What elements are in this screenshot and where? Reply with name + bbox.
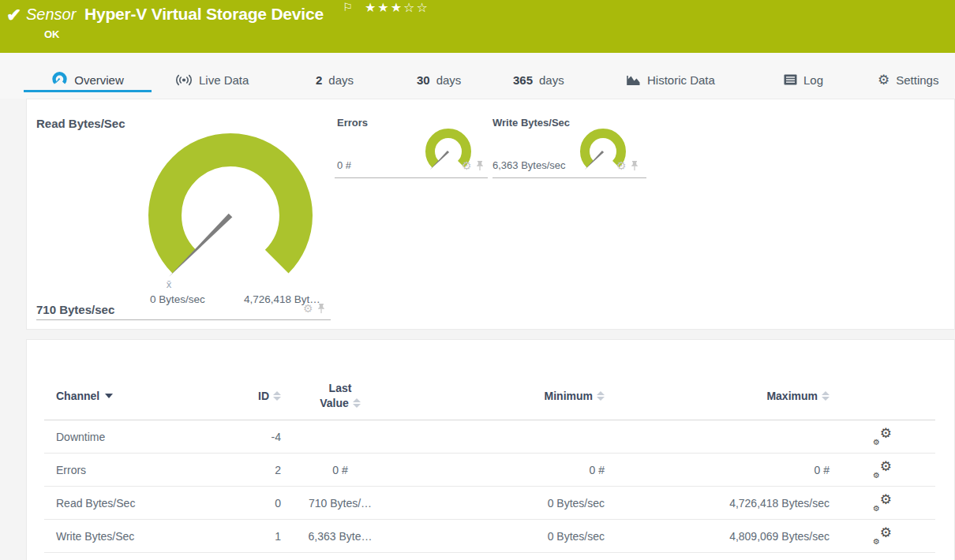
tab-historic-data[interactable]: Historic Data — [626, 69, 715, 91]
edit-channel-gears-icon[interactable]: ⚙⚙ — [873, 427, 892, 446]
last-value-header-line1: Last — [329, 381, 352, 396]
primary-gauge-title: Read Bytes/Sec — [36, 117, 125, 130]
channel-id: 0 — [253, 497, 281, 510]
channel-settings-gear-icon[interactable]: ⚙ — [303, 303, 313, 314]
channel-id: -4 — [253, 431, 281, 443]
last-value-header-line2: Value — [320, 396, 349, 411]
channel-minimum: 0 # — [399, 464, 605, 476]
column-header-channel[interactable]: Channel — [56, 390, 253, 402]
gauge-icon — [51, 72, 68, 88]
channel-name: Errors — [56, 464, 253, 476]
sort-icon — [353, 398, 361, 408]
channel-id: 1 — [253, 530, 281, 543]
sort-active-desc-icon — [105, 394, 113, 398]
tab-2-days-number: 2 — [316, 73, 322, 87]
pin-icon[interactable] — [476, 161, 484, 171]
primary-gauge-tools: ⚙ — [303, 303, 325, 314]
table-header-row: Channel ID Last Value Minimum Maximum — [44, 371, 935, 420]
channel-last-value: 710 Bytes/… — [281, 497, 399, 510]
channel-settings-gear-icon[interactable]: ⚙ — [616, 160, 627, 171]
tab-365-days-label: days — [539, 73, 564, 87]
tab-overview-label: Overview — [74, 73, 124, 87]
primary-gauge-value: 710 Bytes/sec — [36, 303, 114, 316]
gauge-min-label: 0 Bytes/sec — [150, 293, 205, 305]
table-row-downtime: Downtime -4 ⚙⚙ — [44, 420, 935, 454]
edit-channel-gears-icon[interactable]: ⚙⚙ — [873, 527, 892, 546]
log-list-icon — [784, 74, 797, 85]
tab-overview[interactable]: Overview — [24, 69, 152, 91]
channel-maximum: 4,726,418 Bytes/sec — [605, 497, 830, 510]
write-gauge-value: 6,363 Bytes/sec — [492, 159, 566, 171]
channel-id: 2 — [253, 464, 281, 476]
tab-settings-label: Settings — [896, 73, 938, 87]
channel-minimum: 0 Bytes/sec — [399, 497, 605, 510]
tab-30-days-label: days — [436, 73, 462, 87]
priority-flag-icon[interactable]: ⚐ — [343, 1, 353, 13]
read-bytes-gauge: x̄ — [140, 125, 321, 310]
edit-channel-gears-icon[interactable]: ⚙⚙ — [873, 494, 892, 513]
table-row-write-bytes: Write Bytes/Sec 1 6,363 Byte… 0 Bytes/se… — [44, 520, 935, 553]
channels-table-panel: Channel ID Last Value Minimum Maximum — [26, 339, 955, 560]
tab-log[interactable]: Log — [784, 69, 823, 91]
average-marker: x̄ — [167, 278, 172, 290]
channel-maximum: 4,809,069 Bytes/sec — [605, 530, 830, 543]
channel-header-label: Channel — [56, 390, 99, 402]
edit-channel-gears-icon[interactable]: ⚙⚙ — [873, 461, 892, 480]
status-bar: ✔ Sensor Hyper-V Virtual Storage Device … — [0, 0, 955, 53]
tab-historic-data-label: Historic Data — [647, 73, 715, 87]
errors-gauge-title: Errors — [337, 117, 368, 129]
table-row-errors: Errors 2 0 # 0 # 0 # ⚙⚙ — [44, 454, 935, 487]
tab-2-days-label: days — [328, 73, 354, 87]
tab-live-data-label: Live Data — [199, 73, 249, 87]
gauge-divider — [492, 177, 646, 178]
gauge-divider — [335, 177, 488, 178]
prtg-sensor-page: ✔ Sensor Hyper-V Virtual Storage Device … — [0, 0, 955, 560]
area-chart-icon — [626, 74, 641, 86]
channel-minimum: 0 Bytes/sec — [399, 530, 605, 543]
tab-2-days[interactable]: 2 days — [316, 69, 354, 91]
write-gauge-title: Write Bytes/Sec — [492, 117, 570, 129]
sensor-kind-label: Sensor — [26, 6, 76, 24]
ok-check-icon: ✔ — [6, 5, 21, 26]
channel-name: Downtime — [56, 431, 253, 443]
column-header-maximum[interactable]: Maximum — [605, 390, 830, 402]
minimum-header-label: Minimum — [545, 390, 593, 402]
tab-30-days-number: 30 — [417, 73, 430, 87]
active-tab-underline — [24, 90, 152, 92]
pin-icon[interactable] — [317, 304, 325, 314]
tab-log-label: Log — [803, 73, 823, 87]
table-row-read-bytes: Read Bytes/Sec 0 710 Bytes/… 0 Bytes/sec… — [44, 487, 935, 520]
column-header-minimum[interactable]: Minimum — [399, 390, 605, 402]
channel-maximum: 0 # — [605, 464, 830, 476]
sort-icon — [273, 391, 281, 401]
live-data-icon — [175, 74, 193, 86]
sort-icon — [822, 391, 830, 401]
channel-last-value: 6,363 Byte… — [281, 530, 399, 543]
errors-gauge-value: 0 # — [337, 159, 351, 171]
tab-30-days[interactable]: 30 days — [417, 69, 461, 91]
write-gauge-tools: ⚙ — [616, 160, 639, 171]
errors-gauge-tools: ⚙ — [462, 160, 484, 171]
channel-settings-gear-icon[interactable]: ⚙ — [462, 160, 472, 171]
priority-stars[interactable]: ★★★☆☆ — [365, 0, 429, 15]
tab-live-data[interactable]: Live Data — [175, 69, 249, 91]
channel-last-value: 0 # — [281, 464, 399, 476]
gear-icon: ⚙ — [878, 73, 889, 87]
tab-bar: Overview Live Data 2 days 30 days 365 da… — [0, 53, 955, 99]
tab-settings[interactable]: ⚙ Settings — [878, 69, 938, 91]
column-header-id[interactable]: ID — [253, 390, 281, 402]
id-header-label: ID — [258, 390, 269, 402]
sort-icon — [597, 391, 605, 401]
pin-icon[interactable] — [631, 161, 639, 171]
channel-name: Read Bytes/Sec — [56, 497, 253, 510]
status-badge: OK — [44, 28, 60, 40]
gauges-panel: Read Bytes/Sec x̄ 0 Bytes/sec 4,726,418 … — [26, 99, 955, 330]
sensor-title: Hyper-V Virtual Storage Device — [84, 5, 324, 24]
tab-365-days[interactable]: 365 days — [513, 69, 564, 91]
gauge-divider — [36, 319, 331, 320]
tab-365-days-number: 365 — [513, 73, 533, 87]
column-header-last-value[interactable]: Last Value — [281, 381, 399, 411]
maximum-header-label: Maximum — [766, 390, 818, 402]
channel-name: Write Bytes/Sec — [56, 530, 253, 543]
